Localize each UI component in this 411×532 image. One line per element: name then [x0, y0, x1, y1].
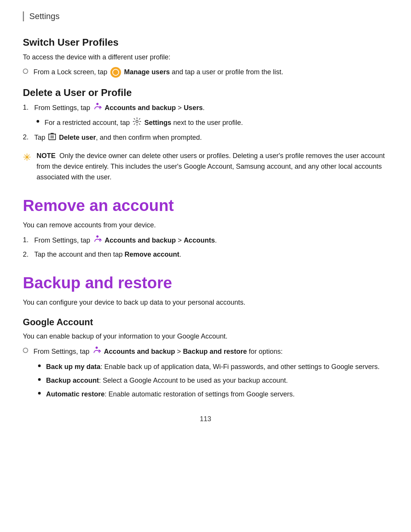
backup-bullet-text: From Settings, tap Accounts and backup >…	[33, 346, 388, 358]
page-number: 113	[200, 415, 211, 423]
manage-users-icon	[110, 67, 121, 78]
users-bold: Users	[184, 104, 203, 112]
remove-account-step-1: 1. From Settings, tap Accounts and backu…	[23, 235, 388, 247]
circle-bullet-icon	[23, 69, 28, 74]
delete-user-bold: Delete user	[59, 134, 96, 141]
dot-icon	[37, 120, 39, 123]
google-account-intro: You can enable backup of your informatio…	[23, 331, 388, 342]
section-remove-account: Remove an account You can remove account…	[23, 197, 388, 260]
delete-user-subbullet-text: For a restricted account, tap Settings n…	[45, 117, 388, 129]
accounts-icon	[93, 102, 102, 114]
dot-icon-1	[38, 364, 41, 367]
delete-user-step-1-text: From Settings, tap Accounts and backup >…	[34, 102, 205, 114]
backup-item-3: Automatic restore: Enable automatic rest…	[23, 389, 388, 400]
backup-item-3-text: Automatic restore: Enable automatic rest…	[46, 389, 388, 400]
remove-account-step-2-text: Tap the account and then tap Remove acco…	[34, 249, 181, 260]
backup-item-1-text: Back up my data: Enable back up of appli…	[46, 362, 388, 372]
remove-account-step-2: 2. Tap the account and then tap Remove a…	[23, 249, 388, 260]
trash-icon	[48, 132, 56, 144]
backup-bullet: From Settings, tap Accounts and backup >…	[23, 346, 388, 358]
settings-icon	[133, 117, 141, 129]
switch-user-profiles-intro: To access the device with a different us…	[23, 52, 388, 62]
note-sun-icon: ✳	[23, 152, 31, 163]
section-switch-user-profiles: Switch User Profiles To access the devic…	[23, 37, 388, 78]
delete-user-step-1: 1. From Settings, tap Accounts and backu…	[23, 102, 388, 114]
dot-icon-2	[38, 378, 41, 381]
remove-account-steps: 1. From Settings, tap Accounts and backu…	[23, 235, 388, 260]
automatic-restore-bold: Automatic restore	[46, 390, 105, 398]
note-text: NOTE Only the device owner can delete ot…	[37, 151, 388, 183]
accounts-backup-bold: Accounts and backup	[105, 104, 176, 112]
delete-user-step-2-text: Tap Delete user, and then confirm when p…	[34, 132, 202, 144]
switch-user-profiles-heading: Switch User Profiles	[23, 37, 388, 48]
section-delete-user: Delete a User or Profile 1. From Setting…	[23, 87, 388, 182]
backup-restore-heading: Backup and restore	[23, 274, 388, 292]
page: Settings Switch User Profiles To access …	[0, 0, 411, 532]
delete-user-subbullet: For a restricted account, tap Settings n…	[23, 117, 388, 129]
backup-item-2: Backup account: Select a Google Account …	[23, 375, 388, 386]
accounts-backup-bold-2: Accounts and backup	[105, 236, 176, 244]
backup-item-1: Back up my data: Enable back up of appli…	[23, 362, 388, 372]
svg-point-1	[136, 120, 138, 123]
switch-user-bullet-text: From a Lock screen, tap Manage users and…	[33, 67, 388, 78]
accounts-icon-2	[93, 235, 102, 247]
svg-point-3	[100, 239, 101, 240]
page-footer: 113	[23, 415, 388, 423]
delete-user-step-2: 2. Tap Delete user, and then confirm whe…	[23, 132, 388, 144]
accounts-bold: Accounts	[184, 236, 215, 244]
remove-account-intro: You can remove accounts from your device…	[23, 220, 388, 230]
settings-bold: Settings	[144, 119, 171, 126]
switch-user-bullet: From a Lock screen, tap Manage users and…	[23, 67, 388, 78]
manage-users-bold: Manage users	[124, 68, 170, 76]
accounts-backup-bold-3: Accounts and backup	[104, 348, 175, 356]
delete-user-steps: 1. From Settings, tap Accounts and backu…	[23, 102, 388, 114]
delete-user-step2-list: 2. Tap Delete user, and then confirm whe…	[23, 132, 388, 144]
backup-restore-intro: You can configure your device to back up…	[23, 297, 388, 308]
remove-account-heading: Remove an account	[23, 197, 388, 215]
accounts-icon-3	[92, 346, 101, 358]
google-account-heading: Google Account	[23, 317, 388, 328]
delete-user-note: ✳ NOTE Only the device owner can delete …	[23, 151, 388, 183]
page-title: Settings	[29, 11, 60, 21]
remove-account-step-1-text: From Settings, tap Accounts and backup >…	[34, 235, 217, 247]
section-backup-restore: Backup and restore You can configure you…	[23, 274, 388, 400]
backup-item-2-text: Backup account: Select a Google Account …	[46, 375, 388, 386]
remove-account-bold: Remove account	[124, 251, 179, 258]
svg-point-0	[100, 106, 101, 108]
back-up-my-data-bold: Back up my data	[46, 363, 100, 371]
svg-point-4	[99, 350, 100, 351]
backup-circle-icon	[23, 348, 28, 353]
header-bar: Settings	[23, 11, 388, 21]
dot-icon-3	[38, 392, 41, 395]
backup-restore-bold: Backup and restore	[183, 348, 247, 356]
delete-user-heading: Delete a User or Profile	[23, 87, 388, 99]
backup-account-bold: Backup account	[46, 377, 99, 384]
